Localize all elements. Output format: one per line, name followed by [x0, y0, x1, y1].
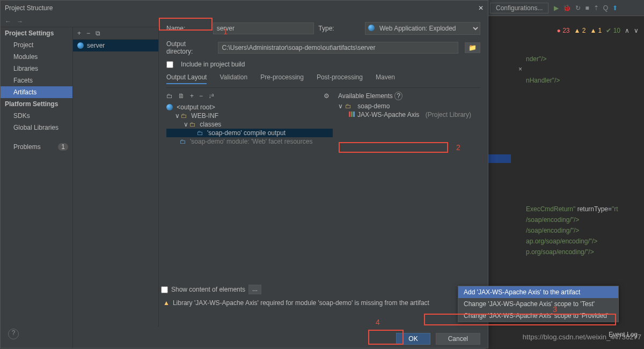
- annotation-box-4: [368, 330, 404, 345]
- ide-toolbar: Configurations... ▶ 🐞 ↻ ■ ⇡ Q ⬆: [486, 0, 644, 16]
- search-icon[interactable]: Q: [603, 4, 608, 12]
- type-select[interactable]: Web Application: Exploded: [365, 22, 480, 35]
- remove-icon[interactable]: −: [199, 92, 203, 100]
- name-input[interactable]: [213, 23, 314, 34]
- available-module[interactable]: ∨ 🗀 soap-demo: [338, 102, 471, 110]
- tab-maven[interactable]: Maven: [376, 73, 395, 84]
- run-icon[interactable]: ▶: [554, 4, 559, 12]
- tree-webinf[interactable]: ∨ 🗀 WEB-INF: [166, 112, 333, 120]
- new-file-icon[interactable]: 🗎: [178, 92, 185, 100]
- passed-count[interactable]: ✔ 10: [606, 27, 620, 34]
- output-dir-input[interactable]: [218, 42, 458, 54]
- upload-icon[interactable]: ⬆: [612, 4, 618, 12]
- debug-icon[interactable]: 🐞: [563, 4, 571, 12]
- sidebar-item-global-libraries[interactable]: Global Libraries: [1, 122, 72, 133]
- stop-icon[interactable]: ■: [585, 4, 589, 12]
- show-content-row: Show content of elements ...: [161, 285, 261, 294]
- event-log-link[interactable]: Event Log: [609, 331, 638, 338]
- sidebar-item-project[interactable]: Project: [1, 39, 72, 51]
- forward-icon[interactable]: →: [17, 18, 23, 25]
- warning-text: Library 'JAX-WS-Apache Axis' required fo…: [173, 299, 429, 307]
- annotation-label-1: 1: [223, 27, 228, 36]
- editor-tab-close-icon[interactable]: ×: [518, 65, 522, 73]
- tree-classes[interactable]: ∨ 🗀 classes: [166, 120, 333, 129]
- web-icon: [77, 42, 84, 49]
- tab-postprocessing[interactable]: Post-processing: [317, 73, 363, 84]
- tab-output-layout[interactable]: Output Layout: [166, 73, 207, 84]
- add-icon[interactable]: +: [190, 92, 194, 100]
- tree-compile-output[interactable]: 🗀 'soap-demo' compile output: [166, 129, 333, 137]
- output-layout-tree: 🗀 🗎 + − ↓ª ⚙ <output root> ∨ 🗀 WEB-INF ∨…: [166, 92, 333, 146]
- editor-selection: [487, 154, 511, 163]
- annotation-label-2: 2: [456, 143, 460, 152]
- project-structure-dialog: Project Structure ✕ ← → Project Settings…: [0, 0, 488, 348]
- web-icon: [368, 25, 375, 31]
- available-library[interactable]: JAX-WS-Apache Axis (Project Library): [338, 110, 471, 119]
- menu-scope-test[interactable]: Change 'JAX-WS-Apache Axis' scope to 'Te…: [458, 298, 618, 310]
- library-icon: [349, 111, 355, 118]
- artifact-settings-panel: Name: Type: Web Application: Exploded Ou…: [159, 18, 488, 326]
- artifact-name: server: [87, 42, 105, 49]
- annotation-label-3: 3: [553, 305, 557, 314]
- annotation-label-4: 4: [376, 318, 380, 326]
- gear-icon[interactable]: ⚙: [324, 92, 330, 100]
- add-icon[interactable]: +: [77, 29, 81, 37]
- tab-validation[interactable]: Validation: [219, 73, 247, 84]
- sidebar-item-libraries[interactable]: Libraries: [1, 63, 72, 75]
- problems-count-badge: 1: [58, 143, 68, 151]
- back-icon[interactable]: ←: [5, 18, 11, 25]
- remove-icon[interactable]: −: [86, 29, 90, 37]
- new-folder-icon[interactable]: 🗀: [166, 92, 173, 100]
- tree-root[interactable]: <output root>: [166, 103, 333, 112]
- code-editor[interactable]: nder"/> nHandler"/> ExecCmdReturn" retur…: [526, 54, 639, 257]
- sidebar-group-project: Project Settings: [1, 27, 72, 39]
- warning-bar: ▲ Library 'JAX-WS-Apache Axis' required …: [159, 295, 488, 310]
- run-configurations-button[interactable]: Configurations...: [490, 3, 548, 13]
- more-button[interactable]: ...: [248, 285, 261, 294]
- show-content-label: Show content of elements: [171, 286, 245, 293]
- warning-icon: ▲: [163, 299, 170, 307]
- menu-add-to-artifact[interactable]: Add 'JAX-WS-Apache Axis' to the artifact: [458, 286, 618, 298]
- sidebar-item-problems[interactable]: Problems 1: [1, 141, 72, 153]
- tree-toolbar: 🗀 🗎 + − ↓ª ⚙: [166, 92, 333, 100]
- ide-toolbar-icons: ▶ 🐞 ↻ ■ ⇡ Q ⬆: [554, 4, 618, 12]
- artifact-list-panel: + − ⧉ server: [73, 27, 159, 326]
- annotation-box-2: [339, 142, 448, 153]
- help-icon[interactable]: ?: [8, 329, 19, 339]
- dialog-titlebar[interactable]: Project Structure ✕: [1, 1, 488, 16]
- warning-count[interactable]: ▲ 2: [574, 27, 586, 34]
- weak-warning-count[interactable]: ▲ 1: [590, 27, 602, 34]
- chevron-down-icon[interactable]: ∨: [634, 27, 639, 34]
- dialog-title: Project Structure: [5, 4, 53, 12]
- sidebar-item-sdks[interactable]: SDKs: [1, 110, 72, 122]
- include-build-checkbox[interactable]: [166, 61, 173, 68]
- tree-facet-resources[interactable]: 🗀 'soap-demo' module: 'Web' facet resour…: [166, 137, 333, 146]
- copy-icon[interactable]: ⧉: [96, 29, 100, 37]
- sidebar-item-modules[interactable]: Modules: [1, 51, 72, 63]
- help-icon[interactable]: ?: [394, 92, 402, 100]
- web-icon: [166, 104, 173, 110]
- artifact-list-item[interactable]: server: [73, 40, 158, 51]
- sidebar-item-artifacts[interactable]: Artifacts: [1, 86, 72, 98]
- inspection-status: ● 23 ▲ 2 ▲ 1 ✔ 10 ∧ ∨: [557, 27, 639, 34]
- error-count[interactable]: ● 23: [557, 27, 570, 34]
- tab-preprocessing[interactable]: Pre-processing: [260, 73, 304, 84]
- sidebar-group-platform: Platform Settings: [1, 98, 72, 110]
- sort-icon[interactable]: ↓ª: [208, 92, 214, 100]
- output-dir-label: Output directory:: [166, 40, 214, 55]
- browse-icon[interactable]: 📁: [465, 42, 480, 53]
- sidebar-item-facets[interactable]: Facets: [1, 75, 72, 86]
- artifact-list-toolbar: + − ⧉: [73, 27, 158, 40]
- annotation-box-3: [424, 314, 616, 325]
- chevron-up-icon[interactable]: ∧: [625, 27, 630, 34]
- available-title: Available Elements: [338, 92, 393, 100]
- close-icon[interactable]: ✕: [478, 4, 484, 12]
- sync-icon[interactable]: ↻: [575, 4, 581, 12]
- available-elements: Available Elements ? ∨ 🗀 soap-demo JAX-W…: [338, 92, 471, 146]
- type-label: Type:: [318, 25, 361, 32]
- show-content-checkbox[interactable]: [161, 286, 168, 293]
- dialog-button-bar: OK Cancel: [396, 333, 480, 345]
- cancel-button[interactable]: Cancel: [436, 333, 480, 345]
- annotation-box-1: [159, 18, 213, 31]
- git-icon[interactable]: ⇡: [594, 4, 599, 12]
